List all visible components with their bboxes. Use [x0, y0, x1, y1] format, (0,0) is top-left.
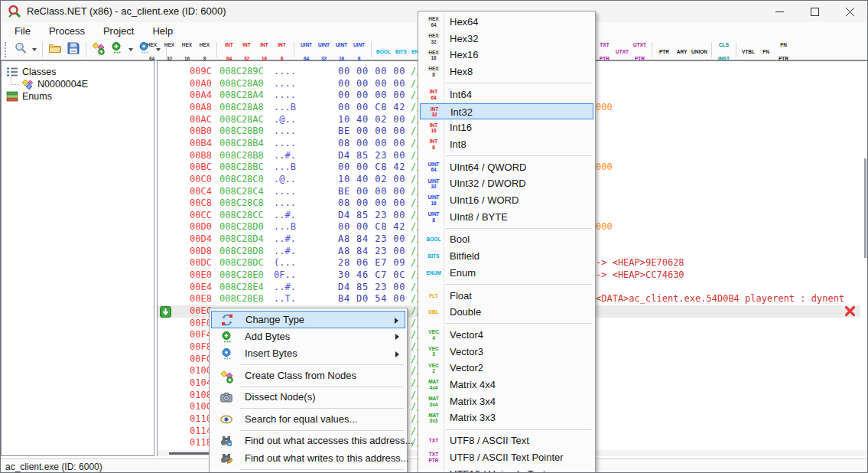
- toolbar-type-uint8-button[interactable]: UINT 8: [350, 36, 368, 64]
- type-menu-item-uint16-word[interactable]: UINT 16UInt16 / WORD: [420, 192, 593, 209]
- type-menu-item-vector2[interactable]: VEC 2Vector2: [420, 360, 593, 377]
- type-menu-item-int64[interactable]: INT 64Int64: [420, 86, 593, 103]
- context-menu-item-search-for-equal-values[interactable]: Search for equal values...: [211, 411, 405, 429]
- type-menu-item-hex8[interactable]: HEX 8Hex8: [420, 64, 593, 80]
- type-menu-item-int16[interactable]: INT 16Int16: [420, 119, 593, 136]
- toolbar-type-int8-button[interactable]: INT 8: [273, 36, 291, 64]
- toolbar-type-hex64-button[interactable]: HEX 64: [143, 36, 161, 64]
- type-menu-item-hex32[interactable]: HEX 32Hex32: [420, 31, 593, 47]
- type-menu-item-matrix-4x4[interactable]: MAT 4x4Matrix 4x4: [420, 377, 593, 393]
- type-menu-item-enum[interactable]: ENUMEnum: [420, 265, 593, 282]
- toolbar-type-int32-button[interactable]: INT 32: [238, 36, 255, 64]
- type-menu-item-vector3[interactable]: VEC 3Vector3: [420, 344, 593, 360]
- type-menu-item-utf16-unicode-text[interactable]: UTXTUTF16 / Unicode Text: [420, 466, 593, 473]
- toolbar-type-cls-inst-button[interactable]: CLS INST: [715, 36, 733, 64]
- toolbar-type-ptr-button[interactable]: PTR: [655, 43, 673, 57]
- type-menu-item-double[interactable]: DBLDouble: [420, 304, 593, 321]
- context-menu-item-dissect-node-s[interactable]: Dissect Node(s): [211, 389, 405, 406]
- hex-ascii: ...B: [274, 102, 296, 114]
- attach-process-dropdown-caret[interactable]: [32, 48, 37, 51]
- toolbar-type-fn-ptr-button[interactable]: FN PTR: [775, 36, 792, 64]
- hex-ascii: ..#.: [274, 150, 296, 162]
- context-menu-item-find-out-what-accesses-this-address[interactable]: Find out what accesses this address...: [211, 432, 405, 450]
- create-class-icon: [220, 370, 232, 382]
- context-menu-item-label: Search for equal values...: [245, 411, 357, 429]
- hex-ascii: ..#.: [274, 210, 296, 222]
- type-menu-item-matrix-3x4[interactable]: MAT 3x4Matrix 3x4: [420, 393, 593, 410]
- hex-ascii: ..#.: [274, 233, 296, 246]
- uint64-qword-glyph: UINT 64: [427, 161, 439, 173]
- hex-ascii: ....: [274, 126, 296, 138]
- type-menu-item-utf8-ascii-text-pointer[interactable]: TXT PTRUTF8 / ASCII Text Pointer: [420, 449, 593, 466]
- open-file-button[interactable]: [47, 42, 63, 57]
- toolbar-type-uint16-button[interactable]: UINT 16: [333, 36, 350, 64]
- uint8-byte-icon: UINT 8: [423, 209, 444, 226]
- minimize-button[interactable]: [762, 1, 797, 22]
- toolbar-type-ary-button[interactable]: ARY: [673, 43, 691, 57]
- type-menu-item-vector4[interactable]: VEC 4Vector4: [420, 327, 593, 344]
- type-menu-item-matrix-3x3[interactable]: MAT 3x3Matrix 3x3: [420, 409, 593, 426]
- int64-icon: INT 64: [225, 42, 232, 61]
- type-menu-item-int32[interactable]: INT 32Int32: [420, 103, 593, 120]
- type-menu-item-bitfield[interactable]: BITSBitfield: [420, 248, 593, 265]
- create-class-button[interactable]: [91, 42, 106, 57]
- attach-process-button[interactable]: [13, 42, 28, 57]
- toolbar-type-utxt-button[interactable]: UTXT: [613, 43, 631, 57]
- add-bytes-button[interactable]: [109, 42, 125, 57]
- toolbar-type-hex32-button[interactable]: HEX 32: [161, 36, 178, 64]
- toolbar-type-vtbl-button[interactable]: VTBL: [740, 43, 757, 57]
- remove-x-icon[interactable]: [844, 305, 857, 318]
- hex-comment-value: -> <HEAP>9E70628: [596, 257, 684, 269]
- toolbar-type-buttons-left: HEX 64HEX 32HEX 16HEX 8INT 64INT 32INT 1…: [143, 39, 427, 60]
- toolbar-type-union-button[interactable]: UNION: [691, 43, 708, 57]
- utf8-ascii-text-pointer-icon: TXT PTR: [423, 449, 444, 466]
- toolbar-type-uint32-button[interactable]: UINT 32: [315, 36, 333, 64]
- type-menu-item-uint8-byte[interactable]: UINT 8UInt8 / BYTE: [420, 209, 593, 226]
- toolbar-type-int64-button[interactable]: INT 64: [220, 36, 238, 64]
- context-menu-item-find-out-what-writes-to-this-address[interactable]: Find out what writes to this address...: [211, 450, 405, 468]
- sidebar-item-n0000004e[interactable]: N0000004E: [21, 78, 88, 90]
- context-menu-item-create-class-from-nodes[interactable]: Create Class from Nodes: [211, 367, 405, 385]
- hex-bytes: 00 00 00 00: [338, 78, 405, 90]
- menu-process[interactable]: Process: [41, 24, 93, 38]
- toolbar-type-hex16-button[interactable]: HEX 16: [178, 36, 196, 64]
- type-menu-item-bool[interactable]: BOOLBool: [420, 231, 593, 248]
- sidebar-item-enums[interactable]: Enums: [6, 90, 52, 103]
- hex-offset: 00B4: [190, 138, 212, 150]
- toolbar-type-utxt-ptr-button[interactable]: UTXT PTR: [631, 36, 649, 64]
- toolbar-type-bits-button[interactable]: BITS: [392, 43, 410, 57]
- menu-project[interactable]: Project: [96, 24, 141, 38]
- toolbar-type-int16-button[interactable]: INT 16: [255, 36, 273, 64]
- hex-bytes: 00 00 00 00: [338, 66, 405, 78]
- context-menu-item-change-type[interactable]: Change Type: [211, 311, 405, 328]
- close-button[interactable]: [832, 1, 867, 22]
- type-menu-item-uint32-dword[interactable]: UINT 32UInt32 / DWORD: [420, 175, 593, 192]
- type-menu-item-int8[interactable]: INT 8Int8: [420, 136, 593, 153]
- context-menu-item-insert-bytes[interactable]: Insert Bytes: [211, 345, 405, 363]
- matrix-3x4-glyph: MAT 3x4: [428, 396, 439, 407]
- type-menu-item-utf8-ascii-text[interactable]: TXTUTF8 / ASCII Text: [420, 432, 593, 449]
- bool-icon: BOOL: [423, 231, 444, 248]
- type-menu-item-hex16[interactable]: HEX 16Hex16: [420, 47, 593, 64]
- hex-offset: 00C8: [190, 197, 212, 210]
- toolbar-type-fn-button[interactable]: FN: [757, 43, 775, 57]
- toolbar-separator: [371, 42, 372, 57]
- add-bytes-dropdown-caret[interactable]: [128, 48, 133, 51]
- vertical-scrollbar-thumb[interactable]: [864, 158, 866, 258]
- float-glyph: FLT: [429, 293, 437, 299]
- type-menu-item-uint64-qword[interactable]: UINT 64UInt64 / QWORD: [420, 159, 593, 176]
- matrix-4x4-glyph: MAT 4x4: [428, 379, 439, 390]
- toolbar-type-hex8-button[interactable]: HEX 8: [196, 36, 213, 64]
- toolbar-separator: [652, 42, 652, 57]
- union-icon: UNION: [691, 49, 707, 54]
- type-menu-item-float[interactable]: FLTFloat: [420, 288, 593, 305]
- toolbar-type-txt-ptr-button[interactable]: TXT PTR: [596, 36, 613, 64]
- menu-file[interactable]: File: [7, 24, 38, 38]
- toolbar-type-uint64-button[interactable]: UINT 64: [297, 36, 315, 64]
- create-class-icon: [92, 41, 106, 58]
- toolbar-type-bool-button[interactable]: BOOL: [375, 43, 392, 57]
- type-menu-item-hex64[interactable]: HEX 64Hex64: [420, 14, 593, 31]
- save-button[interactable]: [66, 42, 81, 57]
- maximize-button[interactable]: [797, 1, 832, 22]
- context-menu-item-add-bytes[interactable]: Add Bytes: [211, 328, 405, 346]
